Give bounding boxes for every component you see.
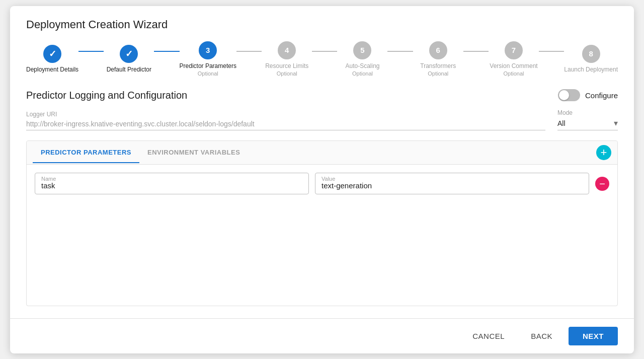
param-row: Name task Value text-generation −: [35, 173, 609, 194]
configure-row: Configure: [558, 89, 618, 101]
step-4-label: Resource Limits Optional: [265, 62, 308, 78]
remove-parameter-button[interactable]: −: [595, 177, 609, 191]
step-8-circle: 8: [582, 45, 600, 63]
stepper: ✓ Deployment Details ✓ Default Predictor: [26, 41, 618, 78]
mode-select[interactable]: All ▾: [557, 118, 618, 130]
step-6-circle: 6: [429, 41, 447, 59]
wizard-container: Deployment Creation Wizard ✓ Deployment …: [10, 6, 634, 353]
step-8: 8 Launch Deployment: [564, 45, 618, 74]
step-5-circle: 5: [353, 41, 371, 59]
logger-uri-value: http://broker-ingress.knative-eventing.s…: [26, 120, 545, 130]
toggle-knob: [559, 90, 569, 100]
mode-label: Mode: [557, 109, 618, 116]
wizard-header: Deployment Creation Wizard ✓ Deployment …: [10, 6, 634, 78]
step-5: 5 Auto-Scaling Optional: [337, 41, 387, 78]
configure-label: Configure: [585, 91, 618, 100]
logger-uri-label: Logger URI: [26, 111, 545, 118]
back-button[interactable]: BACK: [521, 327, 562, 345]
cancel-button[interactable]: CANCEL: [462, 327, 515, 345]
param-name-value: task: [41, 181, 55, 190]
tabs-body: Name task Value text-generation −: [27, 165, 617, 305]
logger-uri-group: Logger URI http://broker-ingress.knative…: [26, 111, 545, 130]
step-7-label: Version Comment Optional: [490, 62, 537, 78]
mode-value: All: [557, 119, 612, 127]
wizard-content: Predictor Logging and Configuration Conf…: [10, 77, 634, 318]
step-6: 6 Transformers Optional: [413, 41, 463, 78]
configure-toggle[interactable]: [558, 89, 580, 101]
section-header: Predictor Logging and Configuration Conf…: [26, 89, 618, 101]
section-title: Predictor Logging and Configuration: [26, 90, 187, 101]
tab-environment-variables[interactable]: ENVIRONMENT VARIABLES: [139, 142, 248, 163]
tabs-container: PREDICTOR PARAMETERS ENVIRONMENT VARIABL…: [26, 140, 618, 306]
connector-6-7: [463, 51, 489, 52]
step-3-label: Predictor Parameters Optional: [180, 62, 236, 78]
step-4: 4 Resource Limits Optional: [262, 41, 312, 78]
param-name-field[interactable]: Name task: [35, 173, 309, 194]
step-2: ✓ Default Predictor: [104, 45, 154, 74]
param-value-value: text-generation: [321, 181, 372, 190]
tab-predictor-parameters[interactable]: PREDICTOR PARAMETERS: [33, 142, 139, 163]
param-value-field[interactable]: Value text-generation: [315, 173, 589, 194]
connector-3-4: [236, 51, 262, 52]
step-1-label: Deployment Details: [26, 66, 78, 74]
mode-group: Mode All ▾: [557, 109, 618, 130]
connector-4-5: [312, 51, 337, 52]
step-3: 3 Predictor Parameters Optional: [180, 41, 236, 78]
step-4-circle: 4: [278, 41, 296, 59]
tabs-header: PREDICTOR PARAMETERS ENVIRONMENT VARIABL…: [27, 141, 617, 165]
chevron-down-icon: ▾: [614, 118, 618, 128]
connector-2-3: [154, 51, 179, 52]
wizard-title: Deployment Creation Wizard: [26, 18, 618, 31]
next-button[interactable]: NEXT: [569, 327, 618, 345]
step-6-label: Transformers Optional: [420, 62, 456, 78]
wizard-footer: CANCEL BACK NEXT: [10, 318, 634, 353]
connector-7-8: [539, 51, 564, 52]
connector-1-2: [78, 51, 104, 52]
step-7: 7 Version Comment Optional: [489, 41, 539, 78]
step-8-label: Launch Deployment: [564, 66, 618, 74]
add-parameter-button[interactable]: +: [596, 145, 611, 160]
step-5-label: Auto-Scaling Optional: [345, 62, 379, 78]
step-7-circle: 7: [505, 41, 523, 59]
step-2-circle: ✓: [120, 45, 138, 63]
step-1-circle: ✓: [43, 45, 61, 63]
step-1: ✓ Deployment Details: [26, 45, 78, 74]
logger-row: Logger URI http://broker-ingress.knative…: [26, 109, 618, 130]
connector-5-6: [387, 51, 413, 52]
step-2-label: Default Predictor: [107, 66, 151, 74]
step-3-circle: 3: [199, 41, 217, 59]
minus-icon: −: [599, 179, 605, 189]
